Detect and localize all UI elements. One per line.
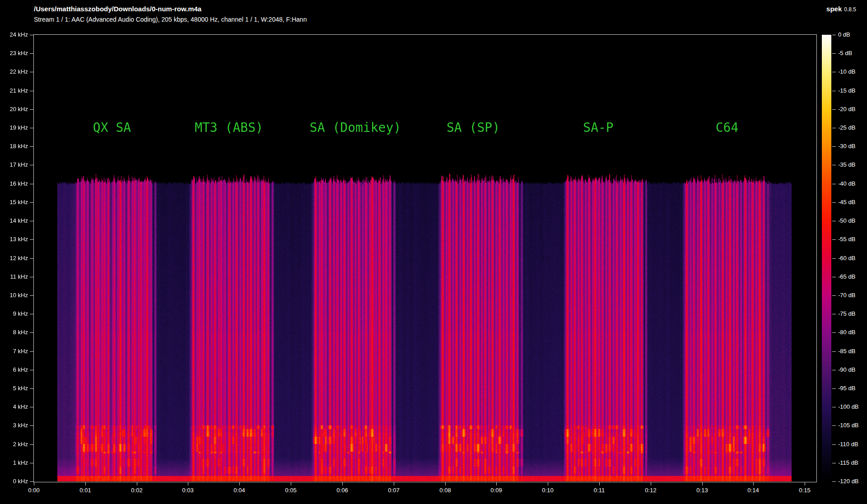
app-brand: spek0.8.5: [826, 5, 856, 13]
spectrogram-canvas: [34, 35, 816, 481]
freq-tick: [30, 53, 33, 54]
freq-tick-label: 24 kHz: [0, 31, 28, 38]
db-tick-label: -80 dB: [838, 329, 855, 336]
freq-tick: [30, 388, 33, 389]
db-tick-label: -100 dB: [838, 403, 859, 411]
time-tick-label: 0:12: [636, 487, 665, 494]
freq-tick-label: 16 kHz: [0, 180, 28, 187]
freq-tick-label: 19 kHz: [0, 124, 28, 131]
db-tick: [832, 444, 836, 445]
db-tick-label: -35 dB: [838, 161, 855, 168]
time-tick: [445, 482, 446, 485]
freq-tick: [30, 239, 33, 240]
app-name: spek: [826, 5, 842, 13]
db-tick: [832, 165, 836, 165]
freq-tick: [30, 109, 33, 110]
db-tick-label: -110 dB: [838, 441, 858, 448]
keyboard-label: SA-P: [583, 121, 613, 135]
freq-tick-label: 6 kHz: [0, 366, 28, 373]
time-tick: [342, 482, 343, 485]
freq-tick-label: 4 kHz: [0, 403, 28, 411]
time-tick: [291, 482, 291, 485]
time-tick: [496, 482, 497, 485]
freq-tick-label: 9 kHz: [0, 310, 28, 317]
db-tick-label: -70 dB: [838, 292, 855, 299]
freq-tick: [30, 407, 33, 407]
time-tick-label: 0:03: [173, 487, 202, 494]
db-tick-label: -45 dB: [838, 199, 855, 206]
freq-tick: [30, 165, 33, 165]
db-tick-label: -40 dB: [838, 180, 855, 187]
db-tick: [832, 277, 836, 277]
db-tick: [832, 72, 836, 72]
freq-tick-label: 17 kHz: [0, 161, 28, 168]
freq-tick: [30, 146, 33, 147]
db-tick-label: -55 dB: [838, 236, 855, 243]
time-tick-label: 0:15: [790, 487, 819, 494]
freq-tick: [30, 351, 33, 352]
freq-tick: [30, 72, 33, 72]
spek-window: /Users/matthiasszobody/Downloads/0-num-r…: [0, 0, 867, 504]
stream-info: Stream 1 / 1: AAC (Advanced Audio Coding…: [34, 16, 307, 23]
freq-tick: [30, 184, 33, 184]
app-version: 0.8.5: [844, 6, 856, 13]
time-tick: [548, 482, 548, 485]
db-tick: [832, 370, 836, 370]
time-tick: [188, 482, 188, 485]
freq-tick: [30, 202, 33, 203]
freq-tick: [30, 314, 33, 314]
freq-tick: [30, 481, 33, 482]
db-tick: [832, 221, 836, 221]
db-tick-label: -10 dB: [838, 68, 855, 75]
db-tick-label: -20 dB: [838, 106, 855, 113]
time-tick: [599, 482, 600, 485]
time-tick: [702, 482, 703, 485]
freq-tick: [30, 332, 33, 333]
db-tick-label: -15 dB: [838, 87, 855, 94]
freq-tick: [30, 277, 33, 277]
freq-tick-label: 0 kHz: [0, 478, 28, 485]
db-tick: [832, 146, 836, 147]
freq-tick-label: 12 kHz: [0, 255, 28, 262]
db-tick-label: -75 dB: [838, 310, 855, 317]
time-tick-label: 0:01: [71, 487, 100, 494]
db-tick: [832, 109, 836, 110]
freq-tick: [30, 370, 33, 370]
db-tick: [832, 53, 836, 54]
time-tick-label: 0:06: [328, 487, 357, 494]
db-tick: [832, 258, 836, 259]
freq-tick: [30, 258, 33, 259]
freq-tick-label: 11 kHz: [0, 273, 28, 280]
time-tick-label: 0:08: [431, 487, 460, 494]
legend-colorbar: [822, 35, 831, 481]
time-tick: [805, 482, 805, 485]
time-tick-label: 0:10: [533, 487, 562, 494]
keyboard-label: QX SA: [93, 121, 131, 135]
freq-tick-label: 21 kHz: [0, 87, 28, 94]
freq-tick-label: 18 kHz: [0, 143, 28, 150]
freq-tick: [30, 128, 33, 128]
time-tick: [239, 482, 240, 485]
freq-tick-label: 20 kHz: [0, 106, 28, 113]
freq-tick: [30, 444, 33, 445]
db-tick-label: -85 dB: [838, 348, 855, 355]
time-tick: [85, 482, 86, 485]
freq-tick: [30, 221, 33, 221]
db-tick-label: -30 dB: [838, 143, 855, 150]
db-tick-label: -105 dB: [838, 422, 859, 429]
time-tick-label: 0:02: [122, 487, 151, 494]
freq-tick-label: 2 kHz: [0, 441, 28, 448]
db-tick-label: -120 dB: [838, 478, 859, 485]
db-tick: [832, 388, 836, 389]
db-tick: [832, 463, 836, 463]
time-tick: [394, 482, 394, 485]
time-tick-label: 0:09: [482, 487, 511, 494]
db-tick: [832, 481, 836, 482]
time-tick-label: 0:00: [19, 487, 48, 494]
db-tick-label: -90 dB: [838, 366, 855, 373]
freq-tick-label: 8 kHz: [0, 329, 28, 336]
time-tick: [753, 482, 754, 485]
db-tick: [832, 295, 836, 296]
db-tick: [832, 128, 836, 128]
freq-tick: [30, 425, 33, 426]
